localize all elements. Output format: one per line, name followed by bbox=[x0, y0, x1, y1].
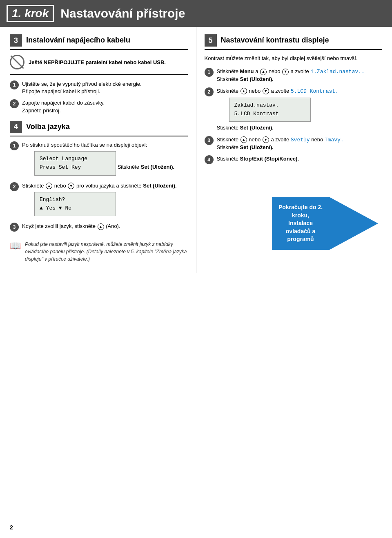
section3-title: Instalování napájecího kabelu bbox=[26, 36, 130, 45]
s4-step-circle-3: 3 bbox=[10, 223, 19, 232]
section3-number: 3 bbox=[10, 34, 22, 47]
section5-title: Nastavování kontrastu displeje bbox=[221, 36, 329, 45]
down-arrow-btn: ▼ bbox=[68, 183, 74, 189]
step-circle-2: 2 bbox=[10, 99, 19, 108]
section5-number: 5 bbox=[205, 34, 217, 47]
page-title: Nastavování přístroje bbox=[60, 7, 185, 20]
section5-step2: 2 Stiskněte ▲ nebo ▼ a zvolte 5.LCD Kont… bbox=[205, 87, 383, 132]
warning-row: Ještě NEPŘIPOJUJTE paralelní kabel nebo … bbox=[10, 55, 188, 75]
s5-step4-text: Stiskněte Stop/Exit (Stop/Konec). bbox=[217, 155, 383, 163]
note-text: Pokud jste nastavili jazyk nesprávně, mů… bbox=[25, 241, 188, 263]
section4: 4 Volba jazyka 1 Po stisknutí spouštěcíh… bbox=[10, 121, 188, 266]
section4-header: 4 Volba jazyka bbox=[10, 121, 188, 136]
s5-step1-text: Stiskněte Menu a ▲ nebo ▼ a zvolte 1.Zak… bbox=[217, 68, 383, 83]
s5-up-arrow-1: ▲ bbox=[260, 69, 267, 75]
section5-step4: 4 Stiskněte Stop/Exit (Stop/Konec). bbox=[205, 155, 383, 164]
s5-step-circle-2: 2 bbox=[205, 87, 214, 96]
warning-text: Ještě NEPŘIPOJUJTE paralelní kabel nebo … bbox=[29, 59, 166, 65]
section5-step1: 1 Stiskněte Menu a ▲ nebo ▼ a zvolte 1.Z… bbox=[205, 68, 383, 83]
right-column: 5 Nastavování kontrastu displeje Kontras… bbox=[196, 27, 392, 273]
up-arrow-btn-3: ▲ bbox=[98, 223, 104, 230]
section3-step2: 2 Zapojte napájecí kabel do zásuvky. Zap… bbox=[10, 99, 188, 114]
s4-step-circle-1: 1 bbox=[10, 141, 19, 150]
step-badge: 1. krok bbox=[7, 5, 54, 22]
s4-step2-text: Stiskněte ▲ nebo ▼ pro volbu jazyka a st… bbox=[22, 182, 188, 219]
no-connect-icon bbox=[10, 55, 24, 69]
s5-step-circle-1: 1 bbox=[205, 68, 214, 77]
s5-down-arrow-3: ▼ bbox=[263, 136, 269, 143]
left-column: 3 Instalování napájecího kabelu Ještě NE… bbox=[0, 27, 196, 273]
page-header: 1. krok Nastavování přístroje bbox=[0, 0, 392, 27]
section4-title: Volba jazyka bbox=[26, 123, 70, 132]
step2-text: Zapojte napájecí kabel do zásuvky. Zapně… bbox=[22, 99, 188, 114]
section4-step3: 3 Když jste zvolili jazyk, stiskněte ▲ (… bbox=[10, 223, 188, 232]
s5-step2-text: Stiskněte ▲ nebo ▼ a zvolte 5.LCD Kontra… bbox=[217, 87, 383, 132]
arrow-rect: Pokračujte do 2. kroku, Instalace ovlada… bbox=[272, 197, 329, 250]
step1-text: Ujistěte se, že je vypnutý přívod elektr… bbox=[22, 80, 188, 95]
lcd-display-3: Zaklad.nastav.5.LCD Kontrast bbox=[229, 98, 311, 122]
page-number: 2 bbox=[10, 524, 13, 531]
s5-step3-text: Stiskněte ▲ nebo ▼ a zvolte Svetly nebo … bbox=[217, 136, 383, 151]
s5-step-circle-4: 4 bbox=[205, 155, 214, 164]
note-icon: 📖 bbox=[10, 241, 21, 251]
s4-step-circle-2: 2 bbox=[10, 182, 19, 191]
s5-down-arrow-2: ▼ bbox=[263, 88, 269, 94]
section5-step3: 3 Stiskněte ▲ nebo ▼ a zvolte Svetly neb… bbox=[205, 136, 383, 151]
lcd-display-1: Select LanguagePress Set Key bbox=[34, 151, 116, 176]
arrow-shape bbox=[329, 197, 378, 250]
lcd-display-2: English?▲ Yes ▼ No bbox=[34, 192, 116, 217]
section3-header: 3 Instalování napájecího kabelu bbox=[10, 34, 188, 50]
next-step-arrow[interactable]: Pokračujte do 2. kroku, Instalace ovlada… bbox=[272, 197, 378, 250]
s5-up-arrow-3: ▲ bbox=[241, 136, 247, 143]
s5-step-circle-3: 3 bbox=[205, 136, 214, 145]
s5-up-arrow-2: ▲ bbox=[241, 88, 247, 94]
section4-number: 4 bbox=[10, 121, 22, 133]
up-arrow-btn: ▲ bbox=[46, 183, 52, 189]
section4-step2: 2 Stiskněte ▲ nebo ▼ pro volbu jazyka a … bbox=[10, 182, 188, 219]
arrow-text: Pokračujte do 2. kroku, Instalace ovlada… bbox=[272, 199, 329, 248]
s5-down-arrow-1: ▼ bbox=[282, 69, 289, 75]
note-box: 📖 Pokud jste nastavili jazyk nesprávně, … bbox=[10, 237, 188, 266]
section4-step1: 1 Po stisknutí spouštěcího tlačítka se n… bbox=[10, 141, 188, 178]
section3-step1: 1 Ujistěte se, že je vypnutý přívod elek… bbox=[10, 80, 188, 95]
s4-step3-text: Když jste zvolili jazyk, stiskněte ▲ (An… bbox=[22, 223, 188, 230]
step-circle-1: 1 bbox=[10, 80, 19, 89]
contrast-intro: Kontrast můžete změnit tak, aby byl disp… bbox=[205, 55, 383, 62]
main-content: 3 Instalování napájecího kabelu Ještě NE… bbox=[0, 27, 392, 273]
s4-step1-text: Po stisknutí spouštěcího tlačítka se na … bbox=[22, 141, 188, 178]
section5-header: 5 Nastavování kontrastu displeje bbox=[205, 34, 383, 50]
